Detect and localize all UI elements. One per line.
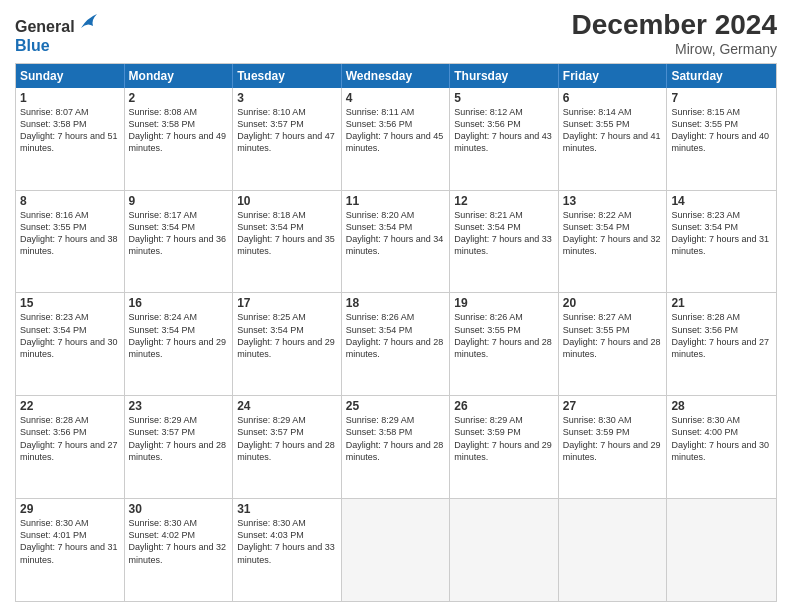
cal-cell-w5d0: 29Sunrise: 8:30 AMSunset: 4:01 PMDayligh… (16, 499, 125, 601)
cell-info: Sunrise: 8:22 AMSunset: 3:54 PMDaylight:… (563, 209, 663, 258)
day-number: 22 (20, 399, 120, 413)
cell-info: Sunrise: 8:30 AMSunset: 4:02 PMDaylight:… (129, 517, 229, 566)
cell-info: Sunrise: 8:16 AMSunset: 3:55 PMDaylight:… (20, 209, 120, 258)
logo-text: General Blue (15, 10, 99, 55)
day-number: 13 (563, 194, 663, 208)
day-number: 24 (237, 399, 337, 413)
cal-cell-w1d6: 7Sunrise: 8:15 AMSunset: 3:55 PMDaylight… (667, 88, 776, 190)
cell-info: Sunrise: 8:29 AMSunset: 3:57 PMDaylight:… (129, 414, 229, 463)
cal-cell-w1d1: 2Sunrise: 8:08 AMSunset: 3:58 PMDaylight… (125, 88, 234, 190)
calendar-body: 1Sunrise: 8:07 AMSunset: 3:58 PMDaylight… (16, 88, 776, 601)
cell-info: Sunrise: 8:29 AMSunset: 3:59 PMDaylight:… (454, 414, 554, 463)
header-tuesday: Tuesday (233, 64, 342, 88)
title-section: December 2024 Mirow, Germany (572, 10, 777, 57)
header: General Blue December 2024 Mirow, German… (15, 10, 777, 57)
day-number: 17 (237, 296, 337, 310)
cell-info: Sunrise: 8:30 AMSunset: 4:00 PMDaylight:… (671, 414, 772, 463)
logo-general: General (15, 18, 75, 35)
day-number: 2 (129, 91, 229, 105)
cell-info: Sunrise: 8:11 AMSunset: 3:56 PMDaylight:… (346, 106, 446, 155)
location: Mirow, Germany (572, 41, 777, 57)
header-friday: Friday (559, 64, 668, 88)
day-number: 3 (237, 91, 337, 105)
cal-week-3: 15Sunrise: 8:23 AMSunset: 3:54 PMDayligh… (16, 292, 776, 395)
day-number: 11 (346, 194, 446, 208)
day-number: 16 (129, 296, 229, 310)
day-number: 14 (671, 194, 772, 208)
cal-cell-w5d2: 31Sunrise: 8:30 AMSunset: 4:03 PMDayligh… (233, 499, 342, 601)
cal-cell-w2d6: 14Sunrise: 8:23 AMSunset: 3:54 PMDayligh… (667, 191, 776, 293)
cell-info: Sunrise: 8:14 AMSunset: 3:55 PMDaylight:… (563, 106, 663, 155)
cal-cell-w1d0: 1Sunrise: 8:07 AMSunset: 3:58 PMDaylight… (16, 88, 125, 190)
day-number: 26 (454, 399, 554, 413)
cal-cell-w4d6: 28Sunrise: 8:30 AMSunset: 4:00 PMDayligh… (667, 396, 776, 498)
cell-info: Sunrise: 8:25 AMSunset: 3:54 PMDaylight:… (237, 311, 337, 360)
day-number: 15 (20, 296, 120, 310)
cell-info: Sunrise: 8:20 AMSunset: 3:54 PMDaylight:… (346, 209, 446, 258)
cal-cell-w4d4: 26Sunrise: 8:29 AMSunset: 3:59 PMDayligh… (450, 396, 559, 498)
day-number: 6 (563, 91, 663, 105)
cal-cell-w1d5: 6Sunrise: 8:14 AMSunset: 3:55 PMDaylight… (559, 88, 668, 190)
cal-cell-w5d3 (342, 499, 451, 601)
day-number: 10 (237, 194, 337, 208)
cal-week-1: 1Sunrise: 8:07 AMSunset: 3:58 PMDaylight… (16, 88, 776, 190)
cell-info: Sunrise: 8:30 AMSunset: 4:03 PMDaylight:… (237, 517, 337, 566)
cell-info: Sunrise: 8:30 AMSunset: 4:01 PMDaylight:… (20, 517, 120, 566)
cal-cell-w4d1: 23Sunrise: 8:29 AMSunset: 3:57 PMDayligh… (125, 396, 234, 498)
cal-cell-w2d4: 12Sunrise: 8:21 AMSunset: 3:54 PMDayligh… (450, 191, 559, 293)
cell-info: Sunrise: 8:26 AMSunset: 3:55 PMDaylight:… (454, 311, 554, 360)
day-number: 25 (346, 399, 446, 413)
calendar: Sunday Monday Tuesday Wednesday Thursday… (15, 63, 777, 602)
cell-info: Sunrise: 8:23 AMSunset: 3:54 PMDaylight:… (671, 209, 772, 258)
cell-info: Sunrise: 8:10 AMSunset: 3:57 PMDaylight:… (237, 106, 337, 155)
cell-info: Sunrise: 8:08 AMSunset: 3:58 PMDaylight:… (129, 106, 229, 155)
cal-cell-w3d4: 19Sunrise: 8:26 AMSunset: 3:55 PMDayligh… (450, 293, 559, 395)
cell-info: Sunrise: 8:15 AMSunset: 3:55 PMDaylight:… (671, 106, 772, 155)
day-number: 21 (671, 296, 772, 310)
header-sunday: Sunday (16, 64, 125, 88)
cal-cell-w3d0: 15Sunrise: 8:23 AMSunset: 3:54 PMDayligh… (16, 293, 125, 395)
cell-info: Sunrise: 8:27 AMSunset: 3:55 PMDaylight:… (563, 311, 663, 360)
cell-info: Sunrise: 8:18 AMSunset: 3:54 PMDaylight:… (237, 209, 337, 258)
cal-week-5: 29Sunrise: 8:30 AMSunset: 4:01 PMDayligh… (16, 498, 776, 601)
day-number: 12 (454, 194, 554, 208)
cell-info: Sunrise: 8:28 AMSunset: 3:56 PMDaylight:… (671, 311, 772, 360)
logo-blue: Blue (15, 37, 50, 54)
cal-cell-w5d6 (667, 499, 776, 601)
cell-info: Sunrise: 8:28 AMSunset: 3:56 PMDaylight:… (20, 414, 120, 463)
cal-cell-w3d6: 21Sunrise: 8:28 AMSunset: 3:56 PMDayligh… (667, 293, 776, 395)
header-thursday: Thursday (450, 64, 559, 88)
cal-cell-w5d4 (450, 499, 559, 601)
cal-cell-w2d2: 10Sunrise: 8:18 AMSunset: 3:54 PMDayligh… (233, 191, 342, 293)
cell-info: Sunrise: 8:07 AMSunset: 3:58 PMDaylight:… (20, 106, 120, 155)
day-number: 5 (454, 91, 554, 105)
month-title: December 2024 (572, 10, 777, 41)
day-number: 30 (129, 502, 229, 516)
cal-cell-w2d0: 8Sunrise: 8:16 AMSunset: 3:55 PMDaylight… (16, 191, 125, 293)
cal-cell-w2d5: 13Sunrise: 8:22 AMSunset: 3:54 PMDayligh… (559, 191, 668, 293)
logo-bird-icon (77, 10, 99, 32)
cal-week-2: 8Sunrise: 8:16 AMSunset: 3:55 PMDaylight… (16, 190, 776, 293)
cell-info: Sunrise: 8:23 AMSunset: 3:54 PMDaylight:… (20, 311, 120, 360)
cal-cell-w4d2: 24Sunrise: 8:29 AMSunset: 3:57 PMDayligh… (233, 396, 342, 498)
cal-cell-w5d1: 30Sunrise: 8:30 AMSunset: 4:02 PMDayligh… (125, 499, 234, 601)
cal-cell-w1d2: 3Sunrise: 8:10 AMSunset: 3:57 PMDaylight… (233, 88, 342, 190)
cal-week-4: 22Sunrise: 8:28 AMSunset: 3:56 PMDayligh… (16, 395, 776, 498)
cell-info: Sunrise: 8:21 AMSunset: 3:54 PMDaylight:… (454, 209, 554, 258)
cal-cell-w1d4: 5Sunrise: 8:12 AMSunset: 3:56 PMDaylight… (450, 88, 559, 190)
header-monday: Monday (125, 64, 234, 88)
cal-cell-w4d5: 27Sunrise: 8:30 AMSunset: 3:59 PMDayligh… (559, 396, 668, 498)
cell-info: Sunrise: 8:26 AMSunset: 3:54 PMDaylight:… (346, 311, 446, 360)
cal-cell-w5d5 (559, 499, 668, 601)
cell-info: Sunrise: 8:29 AMSunset: 3:58 PMDaylight:… (346, 414, 446, 463)
cal-cell-w4d3: 25Sunrise: 8:29 AMSunset: 3:58 PMDayligh… (342, 396, 451, 498)
day-number: 8 (20, 194, 120, 208)
page: General Blue December 2024 Mirow, German… (0, 0, 792, 612)
day-number: 29 (20, 502, 120, 516)
calendar-header: Sunday Monday Tuesday Wednesday Thursday… (16, 64, 776, 88)
cell-info: Sunrise: 8:30 AMSunset: 3:59 PMDaylight:… (563, 414, 663, 463)
day-number: 20 (563, 296, 663, 310)
day-number: 18 (346, 296, 446, 310)
day-number: 28 (671, 399, 772, 413)
cell-info: Sunrise: 8:29 AMSunset: 3:57 PMDaylight:… (237, 414, 337, 463)
